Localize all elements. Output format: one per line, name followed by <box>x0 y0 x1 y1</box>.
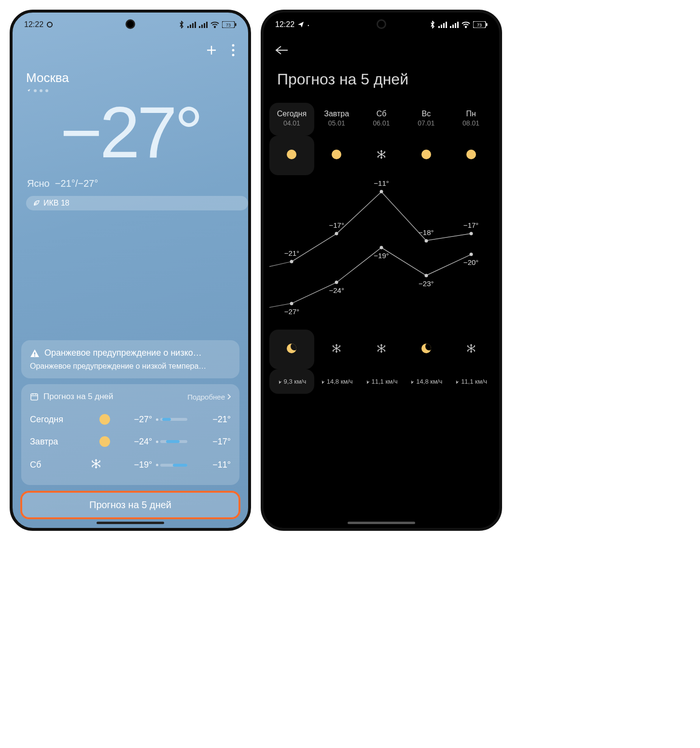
svg-rect-1 <box>187 26 189 28</box>
sun-icon <box>466 150 476 159</box>
svg-rect-20 <box>441 25 442 28</box>
svg-point-13 <box>232 44 235 47</box>
svg-rect-7 <box>204 23 205 28</box>
chart-label-low: −24° <box>329 286 344 294</box>
temp-range-bar <box>156 464 203 467</box>
forecast-high: −21° <box>203 415 231 425</box>
warning-icon <box>30 348 40 358</box>
forecast-row[interactable]: Сегодня −27° −21° <box>30 408 231 430</box>
day-weather-icon-slot <box>269 136 314 175</box>
night-weather-icon-slot <box>404 330 448 369</box>
send-icon <box>297 21 304 28</box>
moon-icon <box>287 344 296 353</box>
phone-right: 12:22 · 73 Прогноз на 5 дней Сегодня04.0… <box>261 10 502 531</box>
wind-cell: 14,8 км/ч <box>314 369 359 394</box>
home-indicator[interactable] <box>348 522 415 524</box>
day-weather-icon-slot <box>448 136 493 175</box>
night-weather-icon-slot <box>359 330 404 369</box>
camera-cutout <box>377 19 386 29</box>
sun-icon <box>332 150 341 159</box>
five-day-forecast-button[interactable]: Прогноз на 5 дней <box>21 492 239 518</box>
day-column[interactable]: Вс07.01 <box>404 103 448 136</box>
night-weather-icon-slot <box>269 330 314 369</box>
forecast-more-link[interactable]: Подробнее <box>187 393 231 401</box>
status-circle-icon <box>46 21 53 28</box>
sun-icon <box>99 436 110 447</box>
temp-range-bar <box>156 440 203 443</box>
signal-icon <box>187 21 196 28</box>
temperature-chart: −21°−17°−11°−18°−17°−27°−24°−19°−23°−20° <box>269 175 493 330</box>
forecast-day: Завтра <box>30 437 91 447</box>
current-temp: −27° <box>13 96 248 168</box>
svg-rect-6 <box>201 25 203 28</box>
chart-label-low: −27° <box>284 307 299 316</box>
sun-icon <box>287 150 296 159</box>
temp-range-bar <box>156 418 203 421</box>
svg-rect-23 <box>450 26 451 28</box>
home-indicator[interactable] <box>97 522 164 524</box>
snowflake-icon <box>377 344 386 353</box>
forecast-row[interactable]: Завтра −24° −17° <box>30 430 231 453</box>
snowflake-icon <box>377 150 386 159</box>
svg-rect-17 <box>34 355 35 356</box>
svg-rect-2 <box>190 25 191 28</box>
day-column[interactable]: Сегодня04.01 <box>269 103 314 136</box>
more-button[interactable] <box>232 44 235 56</box>
forecast-row[interactable]: Сб −19° −11° <box>30 453 231 477</box>
night-weather-icon-slot <box>448 330 493 369</box>
day-weather-icon-slot <box>314 136 359 175</box>
add-city-button[interactable] <box>205 43 218 57</box>
chart-label-high: −21° <box>284 249 299 257</box>
svg-rect-24 <box>452 25 454 28</box>
svg-rect-18 <box>31 394 38 400</box>
signal-icon-2 <box>199 21 208 28</box>
snowflake-icon <box>332 344 341 353</box>
chart-label-low: −19° <box>374 251 389 260</box>
svg-text:73: 73 <box>226 23 231 28</box>
day-column[interactable]: Сб06.01 <box>359 103 404 136</box>
sun-icon <box>99 414 110 425</box>
signal-icon <box>438 21 447 28</box>
chart-point-low <box>380 246 383 249</box>
snowflake-icon <box>466 344 476 353</box>
chart-label-high: −18° <box>419 228 434 236</box>
condition-line: Ясно −21°/−27° <box>27 178 248 189</box>
chart-point-low <box>424 274 428 277</box>
snowflake-icon <box>91 458 101 469</box>
day-column[interactable]: Завтра05.01 <box>314 103 359 136</box>
wifi-icon <box>210 21 219 28</box>
svg-rect-21 <box>443 23 445 28</box>
chart-label-high: −17° <box>463 221 478 229</box>
camera-cutout <box>126 19 135 29</box>
svg-point-27 <box>465 27 466 28</box>
svg-point-0 <box>47 22 52 27</box>
chart-point-low <box>290 302 294 305</box>
chevron-right-icon <box>227 394 231 400</box>
chart-label-low: −23° <box>419 279 434 288</box>
forecast-day: Сб <box>30 460 91 470</box>
wind-arrow-icon <box>365 379 370 384</box>
svg-rect-16 <box>34 352 35 355</box>
day-column[interactable]: Пн08.01 <box>448 103 493 136</box>
chart-point-low <box>469 253 473 256</box>
forecast-low: −19° <box>119 460 156 470</box>
leaf-icon <box>33 199 41 207</box>
night-weather-icon-slot <box>314 330 359 369</box>
aqi-chip[interactable]: ИКВ 18 <box>26 196 248 210</box>
svg-rect-5 <box>199 26 200 28</box>
weather-alert-card[interactable]: Оранжевое предупреждение о низко… Оранже… <box>21 340 239 378</box>
status-time: 12:22 <box>24 20 43 29</box>
svg-rect-8 <box>206 22 208 28</box>
forecast-low: −24° <box>119 437 156 447</box>
forecast-title: Прогноз на 5 дней <box>43 392 113 402</box>
chart-point-high <box>424 239 428 242</box>
location-dot-icon <box>26 88 31 93</box>
back-button[interactable] <box>275 45 289 55</box>
svg-rect-25 <box>455 23 456 28</box>
phone-left: 12:22 73 Москва −27° Ясно −21°/−27° <box>10 10 251 531</box>
forecast-high: −17° <box>203 437 231 447</box>
wind-cell: 14,8 км/ч <box>404 369 448 394</box>
chart-point-high <box>380 190 383 194</box>
svg-rect-22 <box>446 22 447 28</box>
forecast-day: Сегодня <box>30 415 91 425</box>
